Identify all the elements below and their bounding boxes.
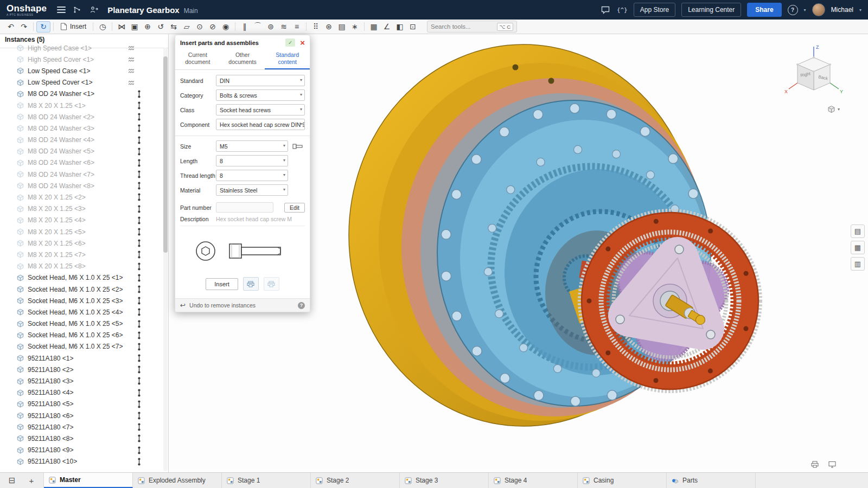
instance-row[interactable]: 95211A180 <8> <box>0 433 163 444</box>
user-menu-caret-icon[interactable]: ▾ <box>859 8 861 12</box>
instance-row[interactable]: M8 X 20 X 1.25 <3> <box>0 203 163 215</box>
dialog-insert-button[interactable]: Insert <box>206 278 238 290</box>
bom-icon[interactable]: ▦ <box>367 21 380 33</box>
instance-row[interactable]: M8 X 20 X 1.25 <4> <box>0 215 163 226</box>
parallel-relation-icon[interactable]: ∥ <box>238 21 251 33</box>
instance-row[interactable]: M8 OD 24 Washer <6> <box>0 157 163 169</box>
featurescript-icon[interactable]: {^} <box>617 4 628 15</box>
instance-row[interactable]: M8 OD 24 Washer <8> <box>0 180 163 191</box>
component-select[interactable]: Hex socket head cap screw DIN 912 <box>216 119 305 130</box>
update-icon[interactable]: ↻ <box>36 21 50 33</box>
instance-row[interactable]: Socket Head, M6 X 1.0 X 25 <4> <box>0 306 163 318</box>
fasten-mate-icon[interactable]: ⊕ <box>141 21 154 33</box>
follow-mode-icon[interactable] <box>88 4 99 15</box>
instance-row[interactable]: M8 OD 24 Washer <5> <box>0 146 163 157</box>
tab-parts[interactable]: Parts <box>667 473 756 488</box>
tangent-relation-icon[interactable]: ⌒ <box>251 21 264 33</box>
category-select[interactable]: Bolts & screws <box>216 89 305 101</box>
part-number-input[interactable] <box>216 202 273 213</box>
dialog-tab-current-document[interactable]: Current document <box>175 49 220 69</box>
scrollbar-thumb[interactable] <box>163 56 168 253</box>
instance-row[interactable]: M8 OD 24 Washer <7> <box>0 169 163 180</box>
screw-relation-icon[interactable]: ≡ <box>290 21 303 33</box>
instance-row[interactable]: Low Speed Case <1> <box>0 65 163 76</box>
named-views-panel-icon[interactable]: ▦ <box>851 241 865 254</box>
gear-relation-icon[interactable]: ⊚ <box>264 21 277 33</box>
instance-row[interactable]: High Speed Case <1> <box>0 42 163 54</box>
search-tools-input[interactable]: Search tools... ⌥ C <box>427 21 517 33</box>
dialog-help-icon[interactable]: ? <box>298 302 305 309</box>
instance-row[interactable]: 95211A180 <7> <box>0 421 163 433</box>
tab-stage-3[interactable]: Stage 3 <box>400 473 489 488</box>
insert-alternate-icon[interactable] <box>264 277 279 291</box>
instance-row[interactable]: M8 X 20 X 1.25 <8> <box>0 261 163 272</box>
edit-part-number-button[interactable]: Edit <box>284 203 305 213</box>
learning-center-button[interactable]: Learning Center <box>681 3 741 17</box>
slider-mate-icon[interactable]: ⇆ <box>167 21 180 33</box>
avatar[interactable] <box>812 3 825 16</box>
tab-casing[interactable]: Casing <box>578 473 667 488</box>
pin-slot-mate-icon[interactable]: ⊘ <box>206 21 219 33</box>
instance-row[interactable]: 95211A180 <3> <box>0 375 163 387</box>
instance-row[interactable]: High Speed Cover <1> <box>0 54 163 65</box>
linear-pattern-icon[interactable]: ⠿ <box>309 21 322 33</box>
dialog-tab-standard-content[interactable]: Standard content <box>265 49 310 69</box>
onshape-logo[interactable]: Onshape A PTC Business <box>7 4 47 16</box>
history-icon[interactable]: ◷ <box>96 21 109 33</box>
dialog-tab-other-documents[interactable]: Other documents <box>220 49 265 69</box>
standard-select[interactable]: DIN <box>216 75 305 86</box>
instance-row[interactable]: 95211A180 <5> <box>0 399 163 410</box>
tab-stage-2[interactable]: Stage 2 <box>311 473 400 488</box>
material-select[interactable]: Stainless Steel <box>216 184 288 196</box>
cylindrical-mate-icon[interactable]: ⊙ <box>193 21 206 33</box>
tab-manager-icon[interactable]: ⊟ <box>5 475 18 486</box>
view-cube[interactable]: Z Back Right X Y <box>781 41 847 105</box>
main-menu-icon[interactable] <box>57 7 66 13</box>
insert-configured-icon[interactable] <box>243 277 259 291</box>
instance-row[interactable]: Socket Head, M6 X 1.0 X 25 <3> <box>0 295 163 306</box>
size-select[interactable]: M5 <box>216 140 288 152</box>
comments-icon[interactable] <box>600 4 611 15</box>
section-view-icon[interactable]: ◧ <box>393 21 406 33</box>
instance-row[interactable]: Socket Head, M6 X 1.0 X 25 <1> <box>0 272 163 284</box>
instance-row[interactable]: Low Speed Cover <1> <box>0 77 163 88</box>
instance-row[interactable]: Socket Head, M6 X 1.0 X 25 <2> <box>0 284 163 295</box>
help-icon[interactable]: ? <box>788 5 798 15</box>
tab-master[interactable]: Master <box>44 473 133 488</box>
thread-length-select[interactable]: 8 <box>216 170 288 181</box>
add-tab-button[interactable]: + <box>25 475 38 486</box>
redo-icon[interactable]: ↷ <box>17 21 30 33</box>
instance-row[interactable]: Socket Head, M6 X 1.0 X 25 <5> <box>0 318 163 330</box>
branch-name[interactable]: Main <box>184 7 198 15</box>
app-store-button[interactable]: App Store <box>634 3 675 17</box>
instance-row[interactable]: M8 X 20 X 1.25 <7> <box>0 249 163 260</box>
instance-row[interactable]: M8 X 20 X 1.25 <6> <box>0 237 163 249</box>
share-button[interactable]: Share <box>747 3 781 17</box>
ball-mate-icon[interactable]: ◉ <box>219 21 232 33</box>
instances-scrollbar[interactable] <box>163 48 168 471</box>
insert-button[interactable]: Insert <box>56 21 90 33</box>
instance-row[interactable]: M8 OD 24 Washer <3> <box>0 123 163 134</box>
dialog-accept-icon[interactable]: ✓ <box>285 38 295 47</box>
revolute-mate-icon[interactable]: ↺ <box>154 21 167 33</box>
circular-pattern-icon[interactable]: ⊛ <box>322 21 335 33</box>
named-positions-icon[interactable]: ⊡ <box>406 21 419 33</box>
mate-icon[interactable]: ⋈ <box>115 21 128 33</box>
instance-row[interactable]: 95211A180 <2> <box>0 364 163 375</box>
tab-stage-1[interactable]: Stage 1 <box>222 473 311 488</box>
instance-row[interactable]: Socket Head, M6 X 1.0 X 25 <6> <box>0 330 163 341</box>
instance-row[interactable]: M8 X 20 X 1.25 <2> <box>0 191 163 203</box>
length-select[interactable]: 8 <box>216 155 288 166</box>
instance-row[interactable]: 95211A180 <1> <box>0 352 163 364</box>
instance-row[interactable]: M8 OD 24 Washer <4> <box>0 134 163 146</box>
rack-pinion-relation-icon[interactable]: ≋ <box>277 21 290 33</box>
instance-row[interactable]: 95211A180 <9> <box>0 445 163 456</box>
planar-mate-icon[interactable]: ▱ <box>180 21 193 33</box>
bom-panel-icon[interactable]: ▤ <box>851 224 865 238</box>
view-options-button[interactable]: ▾ <box>827 105 840 113</box>
explode-view-icon[interactable]: ∗ <box>348 21 361 33</box>
instance-row[interactable]: M8 OD 24 Washer <2> <box>0 111 163 123</box>
instance-row[interactable]: 95211A180 <6> <box>0 410 163 421</box>
instance-row[interactable]: Socket Head, M6 X 1.0 X 25 <7> <box>0 341 163 352</box>
measure-icon[interactable]: ∠ <box>380 21 393 33</box>
